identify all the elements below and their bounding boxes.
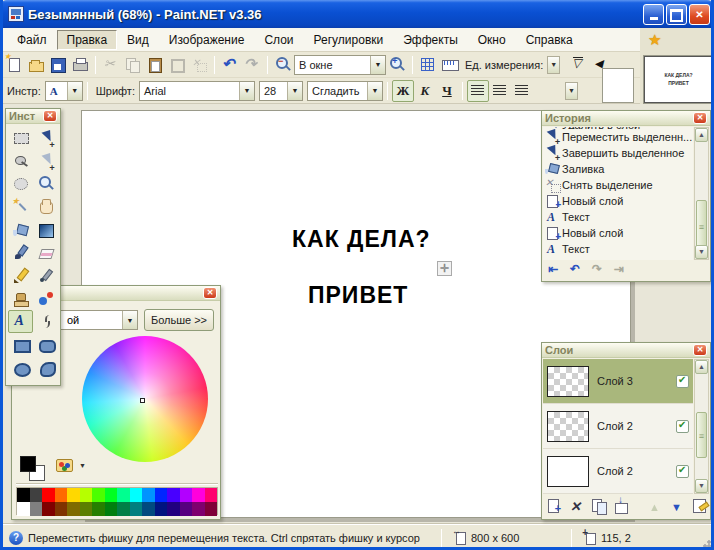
layer-visible-checkbox[interactable] bbox=[676, 375, 689, 388]
color-swatch[interactable] bbox=[42, 488, 55, 502]
eraser-tool[interactable] bbox=[33, 241, 58, 264]
color-swatch[interactable] bbox=[130, 502, 143, 516]
history-fast-forward-button[interactable]: ⇥ bbox=[610, 262, 628, 278]
color-swatch[interactable] bbox=[55, 502, 68, 516]
layer-visible-checkbox[interactable] bbox=[676, 420, 689, 433]
underline-button[interactable]: Ч bbox=[436, 80, 458, 102]
duplicate-layer-button[interactable] bbox=[589, 497, 608, 515]
color-swatch[interactable] bbox=[80, 502, 93, 516]
new-file-button[interactable] bbox=[3, 54, 25, 76]
color-swatch[interactable] bbox=[192, 502, 205, 516]
primary-secondary-colors[interactable] bbox=[20, 456, 50, 486]
menu-item-6[interactable]: Эффекты bbox=[393, 30, 468, 50]
menu-item-4[interactable]: Слои bbox=[254, 30, 303, 50]
history-item[interactable]: Снять выделение bbox=[543, 177, 693, 193]
primary-color-swatch[interactable] bbox=[20, 456, 36, 472]
color-swatch[interactable] bbox=[30, 502, 43, 516]
color-swatch[interactable] bbox=[17, 502, 30, 516]
ruler-toggle-button[interactable] bbox=[439, 54, 461, 76]
chevron-down-icon[interactable]: ▼ bbox=[122, 311, 137, 329]
zoom-in-button[interactable]: + bbox=[386, 54, 408, 76]
smoothing-combo[interactable]: Сгладить ▼ bbox=[307, 81, 383, 101]
color-swatch[interactable] bbox=[30, 488, 43, 502]
history-scrollbar[interactable]: ▲ ▼ bbox=[694, 127, 709, 260]
history-item[interactable]: Новый слой bbox=[543, 193, 693, 209]
chevron-down-icon[interactable]: ▼ bbox=[287, 82, 302, 100]
color-swatch[interactable] bbox=[67, 488, 80, 502]
color-swatch[interactable] bbox=[167, 502, 180, 516]
layer-visible-checkbox[interactable] bbox=[676, 465, 689, 478]
scroll-up-icon[interactable]: ▲ bbox=[695, 360, 708, 374]
menu-item-0[interactable]: Файл bbox=[7, 30, 57, 50]
font-family-combo[interactable]: Arial ▼ bbox=[139, 81, 255, 101]
chevron-down-icon[interactable]: ▼ bbox=[239, 82, 254, 100]
scroll-up-icon[interactable]: ▲ bbox=[695, 128, 708, 142]
color-swatch[interactable] bbox=[155, 502, 168, 516]
scrollbar-thumb[interactable] bbox=[696, 412, 707, 458]
history-item[interactable]: Текст bbox=[543, 241, 693, 257]
rectangle-tool[interactable] bbox=[8, 333, 33, 356]
close-icon[interactable] bbox=[43, 110, 57, 122]
color-swatch[interactable] bbox=[167, 488, 180, 502]
scroll-down-icon[interactable]: ▼ bbox=[695, 479, 708, 493]
recolor-tool[interactable] bbox=[33, 287, 58, 310]
color-swatch[interactable] bbox=[55, 488, 68, 502]
move-pixels-tool[interactable] bbox=[33, 126, 58, 149]
magic-wand-tool[interactable] bbox=[8, 195, 33, 218]
more-button[interactable]: Больше >> bbox=[144, 309, 214, 331]
pencil-tool[interactable] bbox=[8, 264, 33, 287]
redo-button[interactable] bbox=[241, 54, 263, 76]
scroll-down-icon[interactable]: ▼ bbox=[695, 245, 708, 259]
cut-button[interactable] bbox=[100, 54, 122, 76]
color-swatch[interactable] bbox=[105, 502, 118, 516]
color-swatch[interactable] bbox=[92, 502, 105, 516]
crop-button[interactable] bbox=[166, 54, 188, 76]
align-center-button[interactable] bbox=[489, 80, 511, 102]
text-tool[interactable] bbox=[8, 310, 33, 333]
grid-toggle-button[interactable] bbox=[417, 54, 439, 76]
color-swatch[interactable] bbox=[117, 502, 130, 516]
color-swatch[interactable] bbox=[92, 488, 105, 502]
paintbrush-tool[interactable] bbox=[8, 241, 33, 264]
close-button[interactable] bbox=[689, 4, 710, 25]
rounded-rectangle-tool[interactable] bbox=[33, 333, 58, 356]
tools-panel-title-bar[interactable]: Инст bbox=[6, 109, 60, 124]
history-undo-button[interactable]: ↶ bbox=[566, 262, 584, 278]
save-button[interactable] bbox=[47, 54, 69, 76]
maximize-button[interactable] bbox=[666, 4, 687, 25]
zoom-out-button[interactable]: − bbox=[272, 54, 294, 76]
close-icon[interactable] bbox=[693, 112, 707, 124]
gradient-tool[interactable] bbox=[33, 218, 58, 241]
chevron-down-icon[interactable]: ▼ bbox=[67, 82, 82, 100]
move-layer-up-button[interactable] bbox=[646, 497, 665, 515]
align-left-button[interactable] bbox=[467, 80, 489, 102]
roughness-button[interactable] bbox=[568, 54, 590, 76]
zoom-level-combo[interactable]: В окне ▼ bbox=[294, 55, 386, 75]
delete-layer-button[interactable] bbox=[567, 497, 586, 515]
color-swatch[interactable] bbox=[17, 488, 30, 502]
align-right-button[interactable] bbox=[511, 80, 533, 102]
color-swatch[interactable] bbox=[130, 488, 143, 502]
bold-button[interactable]: Ж bbox=[392, 80, 414, 102]
add-layer-button[interactable] bbox=[545, 497, 564, 515]
layers-scrollbar[interactable]: ▲ ▼ bbox=[694, 359, 709, 494]
units-combo[interactable]: ▼ bbox=[547, 56, 560, 74]
merge-layer-down-button[interactable] bbox=[611, 497, 630, 515]
open-file-button[interactable] bbox=[25, 54, 47, 76]
color-swatch[interactable] bbox=[155, 488, 168, 502]
menu-item-7[interactable]: Окно bbox=[468, 30, 516, 50]
font-size-combo[interactable]: 28 ▼ bbox=[259, 81, 303, 101]
paste-button[interactable] bbox=[144, 54, 166, 76]
zoom-tool[interactable] bbox=[33, 172, 58, 195]
history-item[interactable]: Текст bbox=[543, 209, 693, 225]
layers-panel-title-bar[interactable]: Слои bbox=[542, 343, 710, 358]
pan-tool[interactable] bbox=[33, 195, 58, 218]
print-button[interactable] bbox=[69, 54, 91, 76]
menu-item-8[interactable]: Справка bbox=[516, 30, 583, 50]
line-curve-tool[interactable] bbox=[33, 310, 58, 333]
color-wheel[interactable] bbox=[82, 336, 208, 462]
history-item[interactable]: Новый слой bbox=[543, 225, 693, 241]
ellipse-select-tool[interactable] bbox=[8, 172, 33, 195]
move-selection-tool[interactable] bbox=[33, 149, 58, 172]
italic-button[interactable]: K bbox=[414, 80, 436, 102]
